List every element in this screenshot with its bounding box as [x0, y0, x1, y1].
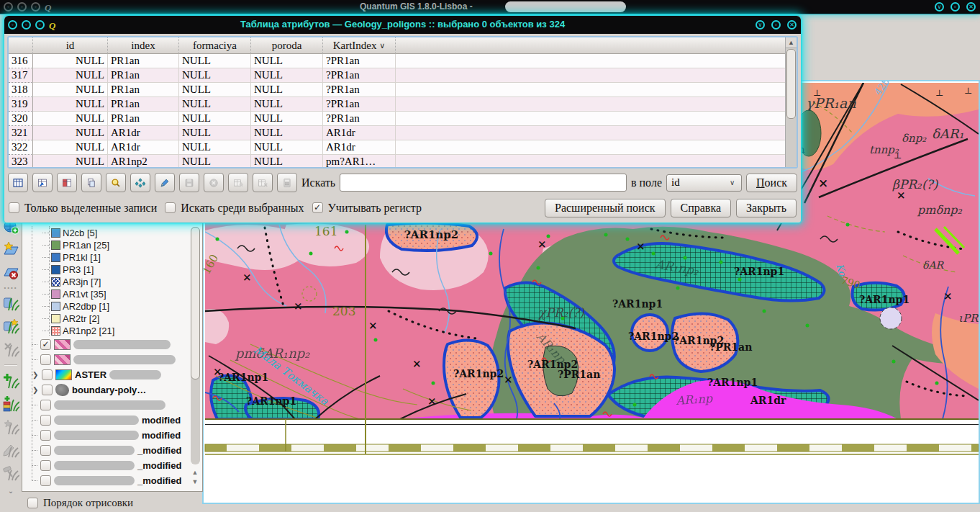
row-header[interactable]: 316 [9, 54, 33, 68]
cell[interactable]: NULL [179, 68, 251, 83]
window-menu-icon[interactable]: ◦ [4, 2, 13, 12]
layer-visibility-checkbox[interactable] [40, 475, 51, 486]
layer-item[interactable] [22, 337, 202, 352]
layer-item[interactable]: _modified [22, 443, 202, 458]
help-button[interactable]: Справка [671, 199, 732, 217]
invert-selection-button[interactable] [57, 173, 77, 192]
remove-layer-button[interactable] [1, 263, 20, 282]
column-header-index[interactable]: index [108, 37, 179, 54]
search-in-selection-checkbox[interactable] [165, 202, 176, 213]
new-shapefile-layer-button[interactable] [1, 240, 20, 259]
cell[interactable]: ?PR1an [323, 112, 396, 126]
advanced-search-button[interactable]: Расширенный поиск [545, 199, 666, 217]
cell[interactable]: NULL [251, 97, 323, 112]
cell[interactable]: NULL [179, 54, 251, 68]
cell[interactable]: NULL [179, 97, 251, 112]
layer-item[interactable]: modified [22, 413, 202, 428]
toolbar-handle[interactable]: •••• [4, 284, 17, 291]
field-combo[interactable]: id ∨ [666, 174, 742, 192]
scroll-up-icon[interactable]: ▲ [786, 37, 797, 48]
cell[interactable]: NULL [179, 155, 251, 169]
draw-order-checkbox[interactable] [27, 498, 38, 508]
cell[interactable]: NULL [179, 112, 251, 126]
grass-new-mapset-button[interactable] [1, 317, 20, 336]
grass-new-vector-button[interactable] [1, 418, 20, 436]
cell[interactable]: PR1an [108, 97, 179, 112]
layer-visibility-checkbox[interactable] [40, 445, 51, 456]
cell[interactable]: NULL [179, 126, 251, 140]
cell[interactable]: pm?AR1… [323, 155, 396, 169]
cell[interactable]: NULL [33, 97, 108, 112]
cell[interactable]: NULL [33, 140, 108, 155]
row-header[interactable]: 319 [9, 97, 33, 112]
grass-add-vector-layer-button[interactable] [1, 372, 20, 390]
cell[interactable]: NULL [33, 68, 108, 83]
cell[interactable]: ?PR1an [323, 83, 396, 97]
delete-column-button[interactable] [253, 173, 273, 192]
legend-item[interactable]: AR3jn [7] [22, 276, 202, 288]
layer-visibility-checkbox[interactable] [42, 385, 53, 395]
delete-selected-button[interactable] [204, 173, 224, 192]
cell[interactable]: PR1an [108, 68, 179, 83]
cell[interactable]: NULL [33, 155, 108, 169]
legend-item[interactable]: AR2dbp [1] [22, 300, 202, 313]
dialog-minimize-button[interactable]: ∨ [756, 20, 765, 30]
close-dialog-button[interactable]: Закрыть [736, 199, 797, 217]
cell[interactable]: NULL [251, 126, 323, 140]
cell[interactable]: NULL [179, 140, 251, 155]
column-header-kartindex[interactable]: KartIndex ∨ [323, 37, 396, 54]
layer-visibility-checkbox[interactable] [40, 430, 51, 441]
cell[interactable]: AR1dr [323, 140, 396, 155]
cell[interactable]: NULL [251, 155, 323, 169]
legend-item[interactable]: PR1kl [1] [22, 251, 202, 264]
legend-item[interactable]: PR3 [1] [22, 264, 202, 276]
legend-item[interactable]: PR1an [25] [22, 239, 202, 251]
cell[interactable]: PR1an [108, 83, 179, 97]
table-scrollbar[interactable]: ▲ [785, 37, 797, 167]
cell[interactable]: NULL [33, 83, 108, 97]
layer-item[interactable]: modified [22, 428, 202, 443]
cell[interactable]: NULL [251, 83, 323, 97]
scroll-up-icon[interactable]: ▲ [191, 468, 199, 477]
cell[interactable]: AR1dr [323, 126, 396, 140]
dialog-close-button[interactable]: ✕ [787, 20, 797, 30]
column-header-poroda[interactable]: poroda [251, 37, 323, 54]
row-header[interactable]: 318 [9, 83, 33, 97]
maximize-button[interactable]: ▫ [950, 2, 960, 12]
cell[interactable]: AR1np2 [108, 155, 179, 169]
legend-item[interactable]: N2cb [5] [22, 227, 202, 239]
layer-visibility-checkbox[interactable] [40, 400, 51, 410]
scrollbar-thumb[interactable] [191, 227, 200, 379]
toggle-editing-button[interactable] [155, 173, 175, 192]
cell[interactable]: NULL [33, 112, 108, 126]
column-header-formaciya[interactable]: formaciya [179, 37, 251, 54]
window-menu-icon[interactable]: ◦ [31, 2, 40, 12]
cell[interactable]: NULL [33, 126, 108, 140]
panel-scrollbar[interactable] [191, 227, 200, 464]
copy-selected-rows-button[interactable] [81, 173, 101, 192]
layer-item[interactable]: _modified [22, 473, 202, 488]
layer-item[interactable]: ❯ASTER [22, 367, 202, 382]
move-selected-to-top-button[interactable] [32, 173, 53, 192]
row-header[interactable]: 320 [9, 112, 33, 126]
scroll-down-icon[interactable]: ▼ [191, 477, 199, 487]
cell[interactable]: ?PR1an [323, 68, 396, 83]
legend-item[interactable]: AR2tr [2] [22, 313, 202, 325]
cell[interactable]: NULL [251, 112, 323, 126]
dialog-titlebar[interactable]: ◦ ◦ ◦ Q Таблица атрибутов — Geology_poli… [4, 16, 801, 34]
cell[interactable]: NULL [33, 54, 108, 68]
layer-visibility-checkbox[interactable] [40, 354, 51, 365]
minimize-button[interactable]: ∨ [935, 2, 944, 12]
grass-open-mapset-button[interactable] [1, 294, 20, 313]
zoom-to-selected-button[interactable] [106, 173, 126, 192]
grass-open-tools-button[interactable] [1, 464, 20, 482]
cell[interactable]: NULL [179, 83, 251, 97]
search-input[interactable] [340, 174, 627, 192]
layer-visibility-checkbox[interactable] [40, 415, 51, 426]
new-column-button[interactable] [228, 173, 248, 192]
grass-edit-vector-button[interactable] [1, 441, 20, 459]
window-menu-icon[interactable]: ◦ [17, 2, 27, 12]
row-header[interactable]: 317 [9, 68, 33, 83]
cell[interactable]: NULL [251, 68, 323, 83]
expand-arrow-icon[interactable]: ❯ [32, 386, 39, 394]
